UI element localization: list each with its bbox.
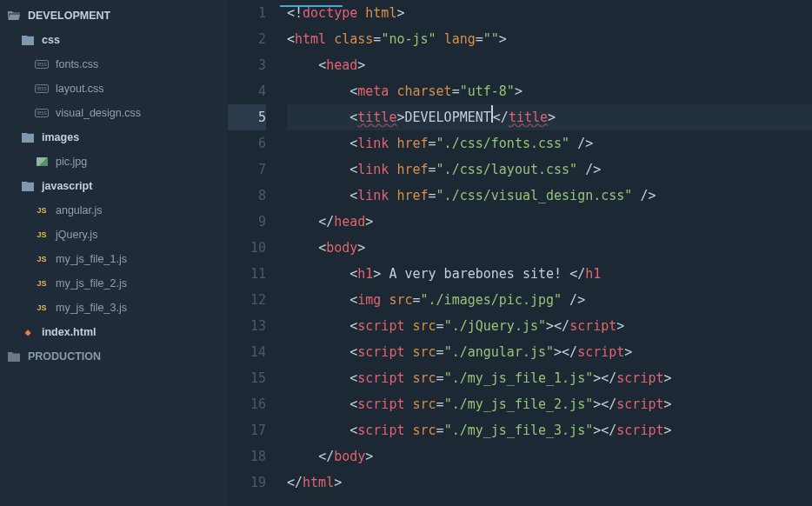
line-number: 10 [228,235,266,261]
line-number: 1 [228,0,266,26]
less-icon: less [35,82,49,96]
line-number: 11 [228,261,266,287]
line-number: 3 [228,52,266,78]
tree-folder-javascript[interactable]: javascript [0,174,228,198]
tree-folder-label: images [42,131,79,143]
code-line: <script src="./angular.js"></script> [287,339,812,365]
less-icon: less [35,57,49,71]
code-line: <script src="./my_js_file_3.js"></script… [287,417,812,443]
js-icon: JS [35,252,49,266]
line-number: 9 [228,209,266,235]
tree-file-js[interactable]: JS my_js_file_3.js [0,296,228,320]
tree-file-label: my_js_file_1.js [56,253,127,265]
code-line: <link href="./css/layout.css" /> [287,156,812,183]
tree-root-development[interactable]: DEVELOPMENT [0,3,228,28]
code-line: <meta charset="utf-8"> [287,78,812,104]
code-line: <!doctype html> [287,0,812,26]
file-tree-sidebar[interactable]: DEVELOPMENT css less fonts.css less layo… [0,0,228,506]
tree-file-image[interactable]: pic.jpg [0,150,228,174]
code-line: </html> [287,469,812,496]
folder-closed-icon [7,350,21,363]
tree-file-css[interactable]: less fonts.css [0,52,228,77]
code-line: </head> [287,209,812,235]
code-line: <img src="./images/pic.jpg" /> [287,287,812,313]
folder-icon [21,130,35,144]
line-number: 15 [228,365,266,391]
tree-folder-label: javascript [42,180,92,192]
line-number: 4 [228,78,266,104]
code-line: <link href="./css/fonts.css" /> [287,130,812,156]
folder-open-icon [7,9,21,23]
line-number: 17 [228,417,266,443]
line-number: 12 [228,287,266,313]
tree-file-label: visual_design.css [56,107,141,119]
tree-file-js[interactable]: JS my_js_file_1.js [0,247,228,271]
line-number: 19 [228,469,266,496]
folder-icon [21,179,35,193]
code-line: </body> [287,443,812,469]
tree-file-css[interactable]: less layout.css [0,77,228,101]
tree-file-html-active[interactable]: ◆ index.html [0,320,228,344]
code-line: <script src="./jQuery.js"></script> [287,313,812,339]
code-area[interactable]: <!doctype html> <html class="no-js" lang… [280,0,812,506]
js-icon: JS [35,228,49,242]
less-icon: less [35,106,49,120]
code-line-active: <title>DEVELOPMENT</title> [287,104,812,130]
line-number: 14 [228,339,266,365]
image-icon [35,155,49,169]
tree-file-label: jQuery.js [56,229,97,241]
html-icon: ◆ [21,325,35,339]
tree-root-label: DEVELOPMENT [28,10,110,22]
line-number: 2 [228,26,266,52]
code-line: <script src="./my_js_file_2.js"></script… [287,391,812,417]
line-number: 16 [228,391,266,417]
js-icon: JS [35,203,49,217]
code-line: <head> [287,52,812,78]
tree-file-label: angular.js [56,204,103,216]
line-number: 8 [228,183,266,209]
tree-file-label: layout.css [56,83,104,95]
js-icon: JS [35,276,49,290]
tree-file-js[interactable]: JS my_js_file_2.js [0,271,228,296]
line-number: 13 [228,313,266,339]
code-line: <link href="./css/visual_design.css" /> [287,183,812,209]
tree-folder-css[interactable]: css [0,28,228,52]
tree-file-label: index.html [42,326,97,338]
line-number-gutter: 1 2 3 4 5 6 7 8 9 10 11 12 13 14 15 16 1… [228,0,280,506]
tree-file-label: fonts.css [56,58,98,70]
tree-file-js[interactable]: JS angular.js [0,198,228,223]
line-number: 18 [228,443,266,469]
line-number: 7 [228,156,266,183]
code-line: <html class="no-js" lang=""> [287,26,812,52]
code-line: <script src="./my_js_file_1.js"></script… [287,365,812,391]
tree-root-label: PRODUCTION [28,350,101,363]
tree-file-label: my_js_file_3.js [56,302,127,314]
code-line: <h1> A very barebones site! </h1 [287,261,812,287]
tree-folder-label: css [42,34,60,46]
line-number: 6 [228,130,266,156]
tree-file-js[interactable]: JS jQuery.js [0,223,228,247]
js-icon: JS [35,301,49,315]
tree-folder-images[interactable]: images [0,125,228,150]
code-editor[interactable]: 1 2 3 4 5 6 7 8 9 10 11 12 13 14 15 16 1… [228,0,812,506]
tree-file-css[interactable]: less visual_design.css [0,101,228,125]
folder-icon [21,33,35,47]
code-line: <body> [287,235,812,261]
line-number-active: 5 [228,104,266,130]
tree-root-production[interactable]: PRODUCTION [0,344,228,369]
tree-file-label: pic.jpg [56,156,87,168]
tree-file-label: my_js_file_2.js [56,277,127,290]
